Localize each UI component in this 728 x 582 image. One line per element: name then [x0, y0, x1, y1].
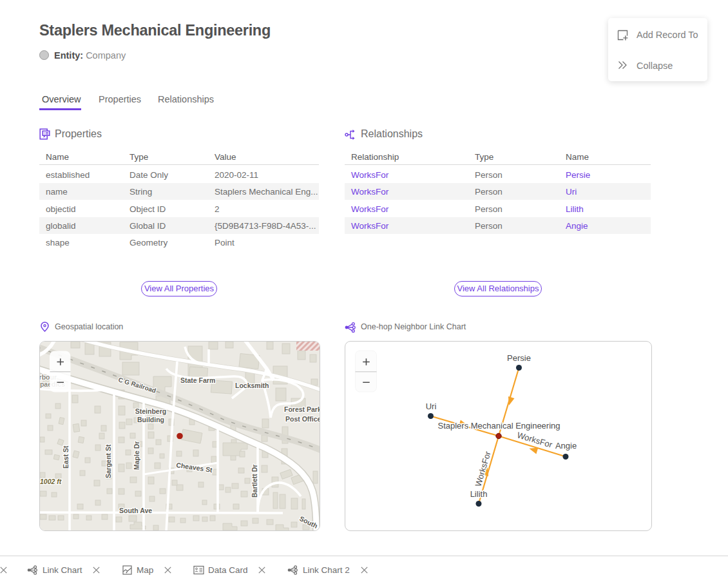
svg-text:State Farm: State Farm	[180, 376, 215, 384]
svg-text:East St: East St	[62, 445, 70, 469]
svg-text:Lilith: Lilith	[470, 489, 488, 499]
svg-text:Sargent St: Sargent St	[104, 444, 112, 478]
svg-text:WorksFor: WorksFor	[473, 450, 492, 488]
svg-text:South Ave: South Ave	[119, 507, 152, 514]
svg-text:Uri: Uri	[426, 402, 437, 411]
svg-text:1002 ft: 1002 ft	[40, 478, 62, 485]
svg-text:Post Office: Post Office	[285, 415, 320, 423]
svg-text:Bartlett Dr: Bartlett Dr	[251, 465, 258, 498]
svg-text:Building: Building	[137, 416, 164, 423]
svg-text:Locksmith: Locksmith	[235, 382, 269, 389]
svg-text:Maple Dr: Maple Dr	[133, 441, 140, 470]
svg-text:Persie: Persie	[507, 353, 531, 363]
svg-text:Angie: Angie	[555, 441, 577, 451]
svg-text:Steinberg: Steinberg	[135, 407, 166, 415]
svg-text:Staplers Mechanical Engineerin: Staplers Mechanical Engineering	[437, 421, 560, 431]
svg-text:Forest Park: Forest Park	[284, 405, 320, 413]
